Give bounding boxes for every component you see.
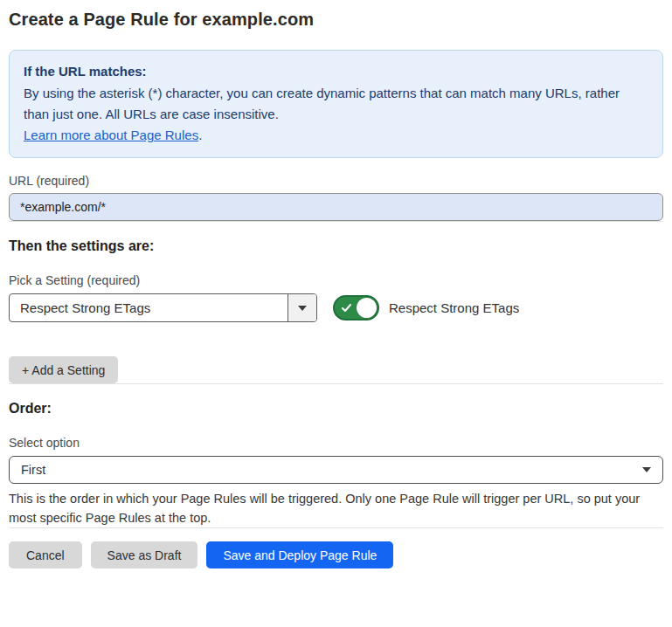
divider — [9, 383, 663, 384]
save-as-draft-button[interactable]: Save as Draft — [91, 541, 198, 568]
order-help-text: This is the order in which your Page Rul… — [9, 489, 662, 527]
learn-more-link[interactable]: Learn more about Page Rules — [24, 127, 198, 142]
divider — [9, 221, 663, 222]
order-select[interactable]: First — [9, 456, 663, 484]
form-actions: Cancel Save as Draft Save and Deploy Pag… — [9, 541, 663, 568]
page-title: Create a Page Rule for example.com — [9, 0, 663, 30]
info-box-heading: If the URL matches: — [24, 61, 648, 82]
url-field-label: URL (required) — [9, 174, 663, 188]
etags-toggle[interactable] — [333, 295, 379, 320]
chevron-down-icon — [298, 306, 307, 311]
add-setting-button[interactable]: + Add a Setting — [9, 356, 118, 383]
url-match-info-box: If the URL matches: By using the asteris… — [9, 50, 663, 158]
order-section-heading: Order: — [9, 401, 663, 417]
toggle-knob — [357, 298, 377, 318]
order-select-label: Select option — [9, 436, 663, 450]
settings-section-heading: Then the settings are: — [9, 238, 663, 254]
setting-row: Respect Strong ETags Respect Strong ETag… — [9, 293, 663, 322]
setting-select-arrow-button[interactable] — [288, 294, 316, 321]
check-icon — [341, 301, 352, 317]
toggle-label: Respect Strong ETags — [389, 300, 519, 315]
chevron-down-icon — [642, 467, 651, 472]
setting-select[interactable]: Respect Strong ETags — [9, 293, 317, 322]
setting-select-value: Respect Strong ETags — [10, 294, 288, 321]
divider — [9, 527, 663, 528]
url-input[interactable] — [9, 193, 663, 221]
save-and-deploy-button[interactable]: Save and Deploy Page Rule — [206, 541, 393, 568]
order-select-value: First — [21, 463, 45, 477]
link-suffix: . — [198, 127, 202, 142]
page-rule-form: Create a Page Rule for example.com If th… — [0, 0, 672, 568]
cancel-button[interactable]: Cancel — [9, 541, 82, 568]
info-box-body: By using the asterisk (*) character, you… — [24, 83, 648, 125]
info-box-link-line: Learn more about Page Rules. — [24, 125, 648, 146]
pick-setting-label: Pick a Setting (required) — [9, 273, 663, 287]
